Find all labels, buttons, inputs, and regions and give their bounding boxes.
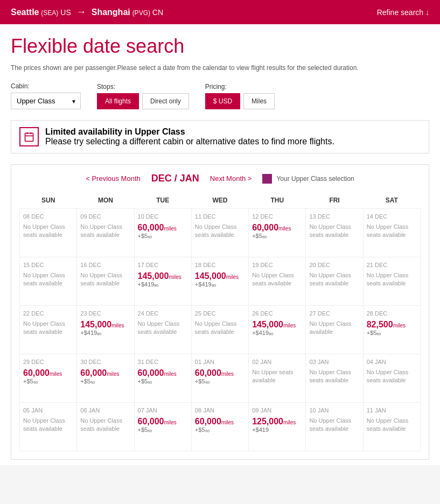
no-seats-text: No Upper Class seats available <box>367 368 417 385</box>
calendar-cell[interactable]: 29 DEC60,000miles+$5₆₀ <box>20 354 77 403</box>
calendar-cell[interactable]: 17 DEC145,000miles+$419₈₀ <box>134 257 191 306</box>
day-header-mon: MON <box>77 192 134 209</box>
pricing-label: Pricing: <box>205 83 275 90</box>
next-month-button[interactable]: Next Month > <box>210 174 252 183</box>
cell-date: 19 DEC <box>252 262 302 268</box>
direct-only-button[interactable]: Direct only <box>142 93 189 109</box>
alert-title: Limited availability in Upper Class <box>45 127 185 136</box>
no-seats-text: No Upper Class seats available <box>195 320 245 337</box>
calendar-cell: 22 DECNo Upper Class seats available <box>20 306 77 354</box>
calendar-cell[interactable]: 01 JAN60,000miles+$5₆₀ <box>191 354 248 403</box>
price-miles: 60,000miles <box>252 223 302 233</box>
no-seats-text: No Upper Class seats available <box>252 271 302 288</box>
price-miles: 60,000miles <box>138 368 188 378</box>
calendar-cell[interactable]: 30 DEC60,000miles+$5₆₀ <box>77 354 134 403</box>
page-title: Flexible date search <box>11 35 429 58</box>
cell-date: 12 DEC <box>252 213 302 220</box>
miles-button[interactable]: Miles <box>243 93 275 109</box>
calendar-row: 22 DECNo Upper Class seats available23 D… <box>20 306 421 354</box>
cell-date: 23 DEC <box>80 310 130 317</box>
calendar-cell[interactable]: 10 DEC60,000miles+$5₆₀ <box>134 209 191 257</box>
price-miles: 145,000miles <box>80 320 130 330</box>
cell-date: 24 DEC <box>138 310 188 317</box>
price-cash: +$5₆₀ <box>80 378 130 385</box>
price-cash: +$419₈₀ <box>252 330 302 337</box>
prev-month-button[interactable]: < Previous Month <box>86 174 141 183</box>
price-cash: +$5₆₀ <box>367 330 417 337</box>
calendar-row: 08 DECNo Upper Class seats available09 D… <box>20 209 421 257</box>
cell-date: 20 DEC <box>309 262 359 268</box>
cell-date: 25 DEC <box>195 310 245 317</box>
legend-label: Your Upper Class selection <box>276 175 354 183</box>
day-header-sat: SAT <box>363 192 420 209</box>
calendar-cell: 14 DECNo Upper Class seats available <box>363 209 420 257</box>
price-cash: +$5₆₀ <box>195 378 245 385</box>
cell-date: 07 JAN <box>138 407 188 414</box>
calendar-cell: 13 DECNo Upper Class seats available <box>306 209 363 257</box>
cell-date: 05 JAN <box>23 407 73 414</box>
price-block: 60,000miles+$5₆₀ <box>80 368 130 385</box>
cell-date: 09 DEC <box>80 213 130 220</box>
no-seats-text: No Upper Class seats available <box>23 417 73 433</box>
calendar-cell[interactable]: 23 DEC145,000miles+$419₈₀ <box>77 306 134 354</box>
calendar-cell[interactable]: 18 DEC145,000miles+$419₈₀ <box>191 257 248 306</box>
price-cash: +$419₈₀ <box>195 281 245 288</box>
price-block: 60,000miles+$5₆₀ <box>138 368 188 385</box>
origin-city: Seattle (SEA) US <box>11 8 71 17</box>
price-miles: 145,000miles <box>138 271 188 281</box>
cell-date: 28 DEC <box>367 310 417 317</box>
cell-date: 26 DEC <box>252 310 302 317</box>
cabin-select[interactable]: Upper Class <box>11 93 81 109</box>
main-content: Flexible date search The prices shown ar… <box>0 24 440 465</box>
calendar-cell[interactable]: 12 DEC60,000miles+$5₆₀ <box>249 209 306 257</box>
price-block: 60,000miles+$5₆₀ <box>195 417 245 433</box>
calendar-cell: 20 DECNo Upper Class seats available <box>306 257 363 306</box>
alert-message: Please try selecting a different cabin o… <box>45 137 334 146</box>
calendar-cell[interactable]: 28 DEC82,500miles+$5₆₀ <box>363 306 420 354</box>
price-block: 82,500miles+$5₆₀ <box>367 320 417 337</box>
refine-search-button[interactable]: Refine search ↓ <box>377 8 429 17</box>
calendar-cell[interactable]: 08 JAN60,000miles+$5₆₀ <box>191 403 248 451</box>
route-arrow: → <box>76 6 86 18</box>
cell-date: 16 DEC <box>80 262 130 268</box>
calendar-cell: 03 JANNo Upper Class seats available <box>306 354 363 403</box>
legend-box <box>262 174 272 184</box>
day-header-tue: TUE <box>134 192 191 209</box>
calendar-cell[interactable]: 09 JAN125,000miles+$419 <box>249 403 306 451</box>
alert-icon <box>19 127 39 146</box>
cell-date: 15 DEC <box>23 262 73 268</box>
no-seats-text: No Upper seats available <box>252 368 302 385</box>
calendar-cell: 11 JANNo Upper Class seats available <box>363 403 420 451</box>
no-seats-text: No Upper Class seats available <box>80 417 130 433</box>
all-flights-button[interactable]: All flights <box>97 93 139 109</box>
price-block: 60,000miles+$5₆₀ <box>195 368 245 385</box>
price-block: 145,000miles+$419₈₀ <box>138 271 188 288</box>
calendar-grid: SUNMONTUEWEDTHUFRISAT 08 DECNo Upper Cla… <box>19 192 421 451</box>
cell-date: 08 JAN <box>195 407 245 414</box>
day-header-thu: THU <box>249 192 306 209</box>
usd-button[interactable]: $ USD <box>205 93 240 109</box>
calendar-nav: < Previous Month DEC / JAN Next Month > … <box>19 173 421 184</box>
calendar-cell[interactable]: 26 DEC145,000miles+$419₈₀ <box>249 306 306 354</box>
day-header-wed: WED <box>191 192 248 209</box>
dest-city: Shanghai (PVG) CN <box>92 8 163 17</box>
price-block: 60,000miles+$5₆₀ <box>252 223 302 240</box>
no-seats-text: No Upper Class seats available <box>195 223 245 240</box>
no-seats-text: No Upper Class seats available <box>309 271 359 288</box>
price-block: 60,000miles+$5₆₀ <box>23 368 73 385</box>
cell-date: 10 DEC <box>138 213 188 220</box>
no-seats-text: No Upper Class seats available <box>80 223 130 240</box>
price-cash: +$5₆₀ <box>138 233 188 240</box>
calendar-cell: 25 DECNo Upper Class seats available <box>191 306 248 354</box>
calendar-cell[interactable]: 07 JAN60,000miles+$5₆₀ <box>134 403 191 451</box>
calendar-cell[interactable]: 31 DEC60,000miles+$5₆₀ <box>134 354 191 403</box>
calendar-cell: 09 DECNo Upper Class seats available <box>77 209 134 257</box>
cabin-label: Cabin: <box>11 82 81 90</box>
cell-date: 02 JAN <box>252 359 302 365</box>
cell-date: 22 DEC <box>23 310 73 317</box>
calendar-cell: 04 JANNo Upper Class seats available <box>363 354 420 403</box>
cell-date: 27 DEC <box>309 310 359 317</box>
route-info: Seattle (SEA) US → Shanghai (PVG) CN <box>11 6 163 18</box>
calendar-cell: 02 JANNo Upper seats available <box>249 354 306 403</box>
calendar-row: 29 DEC60,000miles+$5₆₀30 DEC60,000miles+… <box>20 354 421 403</box>
